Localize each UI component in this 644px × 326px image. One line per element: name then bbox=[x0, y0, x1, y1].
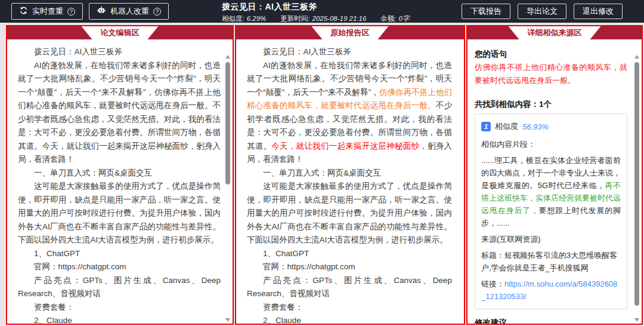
text-run: 1、ChatGPT bbox=[263, 249, 309, 258]
text-run: 官网：https://chatgpt.com bbox=[263, 262, 355, 271]
updated-stat: 更新时间:2025-08-19 21:16 bbox=[280, 14, 366, 23]
source-title-line: 标题：短视频拓客引流的3大思维唤醒客户,学会你就是王者_手机搜狐网 bbox=[481, 249, 621, 274]
sources-panel-title: 详细相似来源区 bbox=[509, 26, 601, 39]
similarity-label: 相似度 bbox=[495, 121, 518, 132]
text-run: ......理工具，横亘在实体企业经营者面前的四大痛点，对于一个非专业人士来说，… bbox=[481, 156, 621, 190]
realtime-check-label: 实时查重 bbox=[32, 6, 63, 17]
editor-document[interactable]: 拨云见日：AI入世三板斧AI的蓬勃发展，在给我们带来诸多利好的同时，也造就了一大… bbox=[7, 39, 233, 324]
realtime-check-button[interactable]: 实时查重 ? bbox=[11, 3, 83, 20]
source-origin: 来源(互联网资源) bbox=[481, 233, 621, 245]
editor-scrollbar[interactable] bbox=[224, 55, 231, 322]
document-title: 拨云见日：AI入世三板斧 bbox=[222, 2, 409, 13]
paragraph: 官网：https://chatgpt.com bbox=[18, 260, 221, 274]
suggestion-label: 修改建议 bbox=[475, 318, 627, 324]
paragraph: 拨云见日：AI入世三板斧 bbox=[18, 45, 221, 59]
sources-panel: 详细相似来源区 您的语句 仿佛你再不搭上他们精心准备的顺风车，就要被时代远远甩在… bbox=[466, 25, 643, 325]
text-run: 产品亮点：GPTs、图片生成、Canvas、Deep Research、音视频对… bbox=[247, 276, 452, 299]
paragraph: 拨云见日：AI入世三板斧 bbox=[247, 45, 452, 59]
topbar-right-actions: 下载报告 导出论文 退出修改 bbox=[462, 4, 623, 19]
robot-rewrite-button[interactable]: 机器人改重 ? bbox=[89, 3, 169, 20]
source-link-line: 链接：https://m.sohu.com/a/584392608_121320… bbox=[481, 278, 621, 303]
text-run: 1、ChatGPT bbox=[34, 249, 80, 258]
title-label: 标题： bbox=[481, 251, 504, 260]
text-run: 资费套餐： bbox=[263, 303, 304, 312]
paragraph: 官网：https://chatgpt.com bbox=[247, 260, 452, 274]
editor-panel-header: 论文编辑区 bbox=[7, 26, 233, 39]
balance-value: 0字 bbox=[399, 15, 410, 22]
paragraph: 2、Claude bbox=[18, 314, 221, 324]
scroll-up-icon[interactable] bbox=[634, 55, 639, 59]
similar-source-card: 1 相似度 56.93% 相似内容片段： ......理工具，横亘在实体企业经营… bbox=[475, 113, 627, 309]
similarity-row: 1 相似度 56.93% bbox=[481, 121, 621, 132]
paragraph: 2、Claude bbox=[247, 314, 452, 324]
fragment-text: ......理工具，横亘在实体企业经营者面前的四大痛点，对于一个非专业人士来说，… bbox=[481, 154, 621, 229]
paragraph: 产品亮点：GPTs、图片生成、Canvas、Deep Research、音视频对… bbox=[18, 274, 221, 301]
text-run: 一、单刀直入式：网页&桌面交互 bbox=[34, 168, 152, 177]
paragraph: 一、单刀直入式：网页&桌面交互 bbox=[18, 167, 221, 180]
editor-panel: 论文编辑区 拨云见日：AI入世三板斧AI的蓬勃发展，在给我们带来诸多利好的同时，… bbox=[6, 25, 234, 325]
scroll-up-icon[interactable] bbox=[225, 55, 230, 59]
topbar: 实时查重 ? 机器人改重 ? bbox=[0, 0, 644, 23]
paragraph: AI的蓬勃发展，在给我们带来诸多利好的同时，也造就了一大批网络乱象。不少营销号今… bbox=[247, 59, 452, 167]
similarity-value: 6.29% bbox=[247, 15, 267, 22]
text-run: 拨云见日：AI入世三板斧 bbox=[263, 47, 351, 56]
match-index-badge: 1 bbox=[481, 122, 491, 131]
paragraph: 资费套餐： bbox=[247, 301, 452, 315]
scroll-down-icon[interactable] bbox=[634, 318, 639, 322]
text-run: AI的蓬勃发展，在给我们带来诸多利好的同时，也造就了一大批网络乱象。不少营销号今… bbox=[18, 61, 221, 164]
scrollbar-thumb[interactable] bbox=[634, 62, 639, 306]
report-document[interactable]: 拨云见日：AI入世三板斧AI的蓬勃发展，在给我们带来诸多利好的同时，也造就了一大… bbox=[236, 39, 464, 324]
sources-content: 您的语句 仿佛你再不搭上他们精心准备的顺风车，就要被时代远远甩在身后一般。 共找… bbox=[467, 39, 642, 324]
paragraph: 1、ChatGPT bbox=[247, 247, 452, 261]
report-panel-title: 原始报告区 bbox=[312, 26, 389, 39]
scroll-down-icon[interactable] bbox=[225, 318, 230, 322]
paragraph: 产品亮点：GPTs、图片生成、Canvas、Deep Research、音视频对… bbox=[247, 274, 452, 301]
plagiarism-rewrite-screen: 实时查重 ? 机器人改重 ? bbox=[0, 0, 644, 326]
found-count-label: 共找到相似内容：1个 bbox=[475, 99, 627, 110]
text-run: 官网：https://chatgpt.com bbox=[34, 262, 126, 271]
refresh-icon bbox=[19, 6, 28, 17]
report-panel-header: 原始报告区 bbox=[236, 26, 464, 39]
help-icon[interactable]: ? bbox=[67, 8, 75, 16]
your-sentence-label: 您的语句 bbox=[475, 49, 627, 60]
similarity-percentage: 56.93% bbox=[522, 122, 549, 131]
text-run: 一、单刀直入式：网页&桌面交互 bbox=[263, 168, 381, 177]
paragraph: 一、单刀直入式：网页&桌面交互 bbox=[247, 167, 452, 180]
paragraph: 这可能是大家接触最多的使用方式了，优点是操作简便，即开即用，缺点是只能用一家产品… bbox=[18, 180, 221, 247]
scrollbar-thumb[interactable] bbox=[225, 62, 230, 184]
text-run: 资费套餐： bbox=[34, 303, 75, 312]
paragraph: AI的蓬勃发展，在给我们带来诸多利好的同时，也造就了一大批网络乱象。不少营销号今… bbox=[18, 59, 221, 167]
text-run: 2、Claude bbox=[263, 316, 301, 324]
document-info: 拨云见日：AI入世三板斧 相似度:6.29% 更新时间:2025-08-19 2… bbox=[222, 2, 409, 23]
editor-panel-title: 论文编辑区 bbox=[82, 26, 159, 39]
sources-panel-header: 详细相似来源区 bbox=[467, 26, 642, 39]
robot-rewrite-label: 机器人改重 bbox=[110, 6, 149, 17]
fragment-label: 相似内容片段： bbox=[481, 138, 621, 150]
balance-stat: 余额:0字 bbox=[380, 14, 409, 23]
exit-edit-button[interactable]: 退出修改 bbox=[574, 4, 623, 19]
paragraph: 这可能是大家接触最多的使用方式了，优点是操作简便，即开即用，缺点是只能用一家产品… bbox=[247, 180, 452, 247]
your-sentence-text: 仿佛你再不搭上他们精心准备的顺风车，就要被时代远远甩在身后一般。 bbox=[475, 61, 627, 87]
text-run: 今天，就让我们一起来揭开这层神秘面纱， bbox=[271, 142, 428, 150]
topbar-left-actions: 实时查重 ? 机器人改重 ? bbox=[11, 3, 169, 20]
paragraph: 1、ChatGPT bbox=[18, 247, 221, 261]
text-run: 这可能是大家接触最多的使用方式了，优点是操作简便，即开即用，缺点是只能用一家产品… bbox=[247, 182, 452, 244]
help-icon[interactable]: ? bbox=[153, 8, 161, 16]
export-paper-button[interactable]: 导出论文 bbox=[518, 4, 566, 19]
text-run: 这可能是大家接触最多的使用方式了，优点是操作简便，即开即用，缺点是只能用一家产品… bbox=[18, 182, 221, 244]
text-run: 拨云见日：AI入世三板斧 bbox=[34, 47, 122, 56]
link-label: 链接： bbox=[481, 279, 504, 288]
report-panel: 原始报告区 拨云见日：AI入世三板斧AI的蓬勃发展，在给我们带来诸多利好的同时，… bbox=[235, 25, 465, 325]
paragraph: 资费套餐： bbox=[18, 301, 221, 315]
text-run: 2、Claude bbox=[34, 316, 72, 324]
similarity-stat: 相似度:6.29% bbox=[222, 14, 266, 23]
sources-scrollbar[interactable] bbox=[633, 55, 640, 322]
robot-icon bbox=[97, 6, 106, 17]
download-report-button[interactable]: 下载报告 bbox=[462, 4, 510, 19]
text-run: 产品亮点：GPTs、图片生成、Canvas、Deep Research、音视频对… bbox=[18, 276, 221, 299]
updated-value: 2025-08-19 21:16 bbox=[312, 15, 367, 22]
document-stats: 相似度:6.29% 更新时间:2025-08-19 21:16 余额:0字 bbox=[222, 14, 409, 23]
